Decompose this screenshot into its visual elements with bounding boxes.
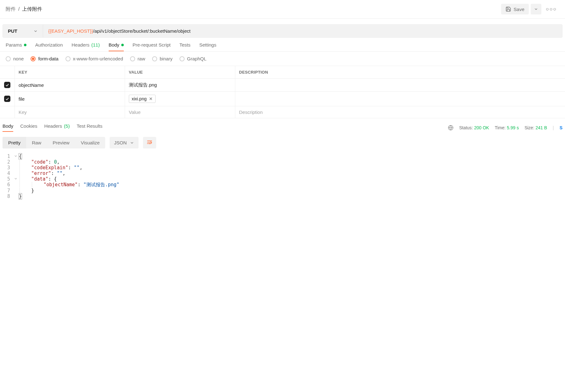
radio-icon [66, 56, 71, 61]
formdata-table: KEY VALUE DESCRIPTION objectName 测试报告.pn… [0, 66, 565, 118]
view-preview[interactable]: Preview [47, 137, 75, 148]
cell-desc[interactable] [235, 92, 565, 106]
tab-headers[interactable]: Headers (11) [71, 42, 100, 51]
resp-tab-cookies[interactable]: Cookies [20, 123, 37, 132]
globe-icon[interactable] [448, 125, 454, 131]
cell-key[interactable]: file [14, 92, 125, 106]
save-button[interactable]: Save [501, 4, 529, 14]
remove-file-icon[interactable]: ✕ [149, 96, 153, 101]
view-visualize[interactable]: Visualize [75, 137, 106, 148]
response-meta: Status: 200 OK Time: 5.99 s Size: 241 B … [448, 125, 562, 131]
save-label: Save [514, 7, 524, 12]
tab-body[interactable]: Body [109, 42, 124, 51]
fold-icon[interactable] [13, 154, 19, 159]
chevron-down-icon [130, 141, 134, 145]
radio-icon [152, 56, 157, 61]
body-type-radios: none form-data x-www-form-urlencoded raw… [0, 52, 565, 66]
radio-icon [6, 56, 11, 61]
row-checkbox[interactable] [4, 96, 10, 102]
wrap-lines-button[interactable] [143, 137, 156, 148]
dot-indicator [24, 44, 26, 46]
tab-params[interactable]: Params [6, 42, 26, 51]
radio-icon [130, 56, 135, 61]
tab-authorization[interactable]: Authorization [35, 42, 63, 51]
more-button[interactable]: ○○○ [543, 4, 559, 14]
request-url-bar: PUT {{EASY_API_HOST}}/api/v1/objectStore… [3, 24, 562, 38]
bodytype-urlencoded[interactable]: x-www-form-urlencoded [66, 56, 123, 61]
tab-prerequest[interactable]: Pre-request Script [133, 42, 171, 51]
tab-tests[interactable]: Tests [180, 42, 191, 51]
wrap-icon [147, 140, 152, 144]
radio-icon [31, 56, 36, 61]
response-type-select[interactable]: JSON [110, 137, 139, 148]
bodytype-raw[interactable]: raw [130, 56, 145, 61]
method-label: PUT [8, 28, 17, 34]
bodytype-none[interactable]: none [6, 56, 24, 61]
response-tabs: Body Cookies Headers (5) Test Results [3, 123, 102, 132]
bodytype-graphql[interactable]: GraphQL [180, 56, 207, 61]
cell-key-placeholder[interactable]: Key [14, 106, 125, 118]
file-name: xixi.png [132, 96, 146, 101]
fold-icon[interactable] [13, 176, 19, 182]
cell-key[interactable]: objectName [14, 79, 125, 91]
save-dropdown-button[interactable] [531, 4, 541, 14]
bodytype-binary[interactable]: binary [152, 56, 173, 61]
table-row: file xixi.png ✕ [0, 92, 565, 106]
col-value: VALUE [125, 66, 235, 78]
resp-tab-body[interactable]: Body [3, 123, 13, 132]
view-mode-pill: Pretty Raw Preview Visualize [3, 137, 105, 148]
bodytype-formdata[interactable]: form-data [31, 56, 58, 61]
breadcrumb: 附件 / 上传附件 [6, 6, 42, 13]
cell-desc-placeholder[interactable]: Description [235, 106, 565, 118]
breadcrumb-sep: / [18, 6, 20, 12]
col-desc: DESCRIPTION [235, 66, 565, 78]
view-raw[interactable]: Raw [26, 137, 47, 148]
url-variable: {{EASY_API_HOST}} [48, 28, 93, 34]
url-input[interactable]: {{EASY_API_HOST}}/api/v1/objectStore/buc… [43, 25, 562, 37]
chevron-down-icon [33, 29, 38, 33]
resp-tab-testresults[interactable]: Test Results [77, 123, 102, 132]
dot-indicator [121, 44, 124, 46]
ellipsis-icon: ○○○ [546, 6, 557, 12]
view-pretty[interactable]: Pretty [3, 137, 26, 148]
cell-value-placeholder[interactable]: Value [125, 106, 235, 118]
request-tabs: Params Authorization Headers (11) Body P… [0, 38, 565, 52]
radio-icon [180, 56, 185, 61]
url-path: /api/v1/objectStore/bucket/:bucketName/o… [93, 28, 191, 34]
time-group[interactable]: Time: 5.99 s [495, 125, 519, 130]
table-row-empty: Key Value Description [0, 106, 565, 118]
table-row: objectName 测试报告.png [0, 79, 565, 92]
breadcrumb-current: 上传附件 [22, 6, 42, 13]
col-key: KEY [14, 66, 125, 78]
size-group[interactable]: Size: 241 B [524, 125, 547, 130]
response-body-code[interactable]: 1{ 2 "code": 0, 3 "codeExplain": "", 4 "… [0, 152, 565, 205]
tab-settings[interactable]: Settings [199, 42, 216, 51]
cell-value[interactable]: xixi.png ✕ [125, 92, 235, 106]
file-chip[interactable]: xixi.png ✕ [129, 95, 156, 103]
row-checkbox[interactable] [4, 82, 10, 88]
save-response-cut[interactable]: S [560, 125, 562, 130]
resp-tab-headers[interactable]: Headers (5) [44, 123, 70, 132]
cell-desc[interactable] [235, 79, 565, 91]
cell-value[interactable]: 测试报告.png [125, 79, 235, 91]
method-select[interactable]: PUT [3, 25, 43, 37]
status-group[interactable]: Status: 200 OK [459, 125, 489, 130]
save-icon [505, 6, 511, 12]
breadcrumb-parent[interactable]: 附件 [6, 6, 16, 13]
